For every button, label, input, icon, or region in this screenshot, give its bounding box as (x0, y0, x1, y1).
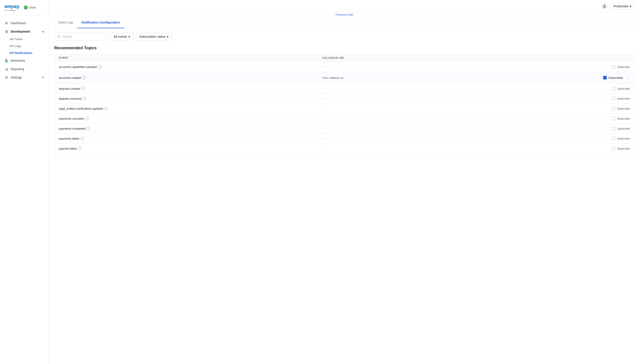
production-banner: Production Data (49, 12, 640, 17)
sidebar-item-label: API Notifications (9, 51, 33, 54)
subscribed-checkbox-label[interactable]: Subscribed (603, 76, 623, 80)
info-icon[interactable]: i (104, 107, 108, 110)
event-name: payouts.failed i (59, 147, 322, 150)
subscribe-area: Subscribe (585, 147, 630, 150)
sidebar-item-api-token[interactable]: API Token (0, 36, 49, 42)
code-icon: ⟨⟩ (5, 30, 9, 34)
subscribe-checkbox[interactable] (612, 147, 615, 150)
clear-dot-icon (24, 6, 28, 10)
sidebar-item-reporting[interactable]: 📊 Reporting (0, 65, 49, 73)
sidebar-item-label: Merchants (11, 59, 25, 62)
table-row: payments.completed i - Subscribe (55, 124, 634, 134)
sidebar-item-api-notifications[interactable]: API Notifications (0, 50, 49, 56)
callback-url: - (322, 127, 585, 130)
sidebar: wepay by J.P.Morgan Clear ⊞ Dashboard ⟨⟩… (0, 0, 49, 364)
subscribe-checkbox-label[interactable]: Subscribe (612, 147, 630, 150)
sidebar-item-development[interactable]: ⟨⟩ Development ▲ (0, 27, 49, 36)
info-icon[interactable]: i (82, 76, 86, 80)
subscribe-checkbox-label[interactable]: Subscribe (612, 117, 630, 120)
notifications-table: Event Callback URL accounts.capabilities… (54, 54, 635, 154)
subscribe-checkbox-label[interactable]: Subscribe (612, 107, 630, 110)
subscribe-area: Subscribe (585, 137, 630, 140)
main-area: Production ▾ Production Data Event Log N… (49, 0, 640, 364)
table-row: legal_entities.verifications.updated i -… (55, 104, 634, 114)
all-events-label: All events (114, 35, 127, 38)
sidebar-item-label: Dashboard (11, 21, 26, 25)
info-icon[interactable]: i (78, 147, 82, 150)
search-icon (58, 35, 61, 38)
info-icon[interactable]: i (87, 127, 90, 130)
subscribe-checkbox[interactable] (612, 117, 615, 120)
app-layout: wepay by J.P.Morgan Clear ⊞ Dashboard ⟨⟩… (0, 0, 640, 364)
user-avatar[interactable] (601, 3, 607, 9)
clear-label: Clear (29, 6, 36, 9)
tab-notification-config[interactable]: Notification Configuration (77, 17, 124, 28)
subscribed-checkbox[interactable] (603, 76, 607, 80)
subscribe-area: Subscribe (585, 107, 630, 110)
subscribe-label: Subscribe (617, 127, 630, 130)
event-name: payments.completed i (59, 127, 322, 130)
subscribe-area: Subscribe (585, 117, 630, 120)
subscribe-checkbox[interactable] (612, 97, 615, 100)
info-icon[interactable]: i (80, 137, 84, 140)
all-events-filter[interactable]: All events ▾ (110, 33, 133, 40)
subscribe-checkbox-label[interactable]: Subscribe (612, 65, 630, 68)
search-box[interactable]: Search (54, 33, 108, 40)
table-row: disputes.resolved i - Subscribe (55, 94, 634, 104)
bar-chart-icon: 📊 (5, 67, 9, 71)
col-action (585, 56, 630, 60)
callback-url: - (322, 87, 585, 90)
subscribe-checkbox-label[interactable]: Subscribe (612, 137, 630, 140)
subscribe-checkbox[interactable] (612, 107, 615, 110)
subscribe-area: Subscribed ⋮ (585, 75, 630, 80)
subscription-status-filter[interactable]: Subscription status ▾ (136, 33, 172, 40)
sidebar-item-dashboard[interactable]: ⊞ Dashboard (0, 19, 49, 27)
subscribe-checkbox-label[interactable]: Subscribe (612, 97, 630, 100)
info-icon[interactable]: i (81, 87, 85, 90)
event-name: legal_entities.verifications.updated i (59, 107, 322, 110)
event-name: payments.canceled i (59, 117, 322, 120)
sidebar-header: wepay by J.P.Morgan Clear (0, 0, 49, 15)
callback-url: - (322, 147, 585, 150)
subscribe-label: Subscribe (617, 97, 630, 100)
table-row: payments.failed i - Subscribe (55, 134, 634, 144)
more-options-button[interactable]: ⋮ (625, 75, 630, 80)
chevron-down-icon: ▼ (42, 76, 44, 78)
table-row: payments.canceled i - Subscribe (55, 114, 634, 124)
subscribe-label: Subscribe (617, 137, 630, 140)
subscribe-area: Subscribe (585, 65, 630, 68)
subscribe-checkbox-label[interactable]: Subscribe (612, 87, 630, 90)
subscribe-label: Subscribe (617, 87, 630, 90)
info-icon[interactable]: i (85, 117, 89, 120)
subscribe-label: Subscribe (617, 65, 630, 68)
gear-icon: ⚙ (5, 76, 9, 80)
sidebar-item-api-logs[interactable]: API Logs (0, 42, 49, 50)
search-placeholder: Search (62, 35, 72, 38)
subscribe-checkbox[interactable] (612, 127, 615, 130)
event-name: payments.failed i (59, 137, 322, 140)
logo-sub: by J.P.Morgan (5, 9, 19, 12)
callback-url: - (322, 65, 585, 68)
sidebar-nav: ⊞ Dashboard ⟨⟩ Development ▲ API Token A… (0, 15, 49, 364)
subscribe-checkbox[interactable] (612, 65, 615, 68)
subscribe-checkbox[interactable] (612, 137, 615, 140)
info-icon[interactable]: i (98, 65, 102, 68)
callback-url: - (322, 117, 585, 120)
subscription-status-label: Subscription status (139, 35, 165, 38)
sidebar-item-label: Development (11, 30, 30, 33)
store-icon: 🏪 (5, 58, 9, 62)
sidebar-item-settings[interactable]: ⚙ Settings ▼ (0, 73, 49, 82)
sidebar-item-label: API Token (9, 38, 23, 41)
content-area: Event Log Notification Configuration Sea… (49, 17, 640, 364)
production-dropdown[interactable]: Production ▾ (610, 3, 635, 10)
svg-point-0 (604, 5, 605, 6)
chevron-down-icon: ▾ (630, 4, 631, 8)
subscribe-checkbox-label[interactable]: Subscribe (612, 127, 630, 130)
chevron-up-icon: ▲ (42, 30, 44, 33)
info-icon[interactable]: i (83, 97, 86, 100)
clear-badge[interactable]: Clear (22, 5, 38, 10)
tab-event-log[interactable]: Event Log (54, 17, 77, 28)
sidebar-item-merchants[interactable]: 🏪 Merchants (0, 56, 49, 65)
subscribe-checkbox[interactable] (612, 87, 615, 90)
table-header: Event Callback URL (55, 54, 634, 62)
